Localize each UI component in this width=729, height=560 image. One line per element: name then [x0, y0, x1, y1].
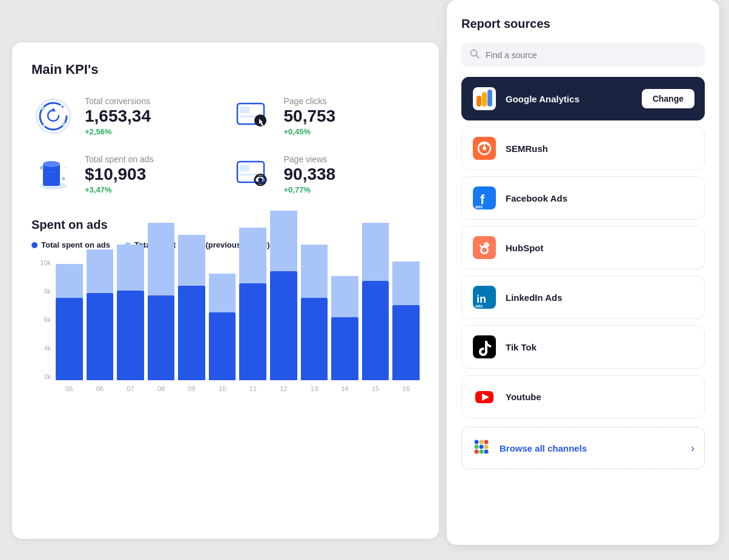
bar-group-12	[270, 259, 297, 380]
x-label-12: 12	[270, 381, 297, 398]
x-label-09: 09	[178, 381, 205, 398]
x-label-16: 16	[392, 381, 420, 398]
svg-rect-29	[477, 96, 481, 107]
legend-label-current: Total spent on ads	[41, 240, 110, 249]
svg-rect-22	[240, 165, 249, 171]
kpi-page-views-value: 90,338	[284, 165, 336, 184]
bar-light-11	[239, 228, 266, 283]
conversions-icon	[31, 94, 75, 138]
bar-stack-12	[270, 259, 297, 380]
bar-light-10	[209, 274, 236, 312]
bar-light-08	[148, 223, 175, 295]
source-name-youtube: Youtube	[506, 392, 694, 402]
svg-point-58	[484, 445, 489, 449]
bar-stack-15	[362, 259, 389, 380]
svg-point-55	[484, 440, 489, 444]
svg-point-5	[60, 105, 62, 107]
tiktok-logo	[472, 334, 497, 360]
source-item-linkedin-ads[interactable]: in ads LinkedIn Ads	[461, 275, 705, 319]
svg-rect-31	[487, 90, 492, 107]
svg-point-4	[62, 122, 65, 126]
svg-point-17	[43, 161, 60, 167]
browse-all-icon	[472, 437, 491, 459]
spent-on-ads-icon	[31, 153, 75, 196]
svg-point-25	[258, 178, 262, 182]
browse-all-channels[interactable]: Browse all channels ›	[461, 427, 705, 469]
kpi-page-clicks: Page clicks 50,753 +0,45%	[231, 94, 420, 138]
bar-group-10	[209, 259, 236, 380]
bar-light-14	[331, 276, 358, 317]
svg-line-27	[477, 56, 479, 58]
bar-group-08	[148, 259, 175, 380]
bar-light-12	[270, 211, 297, 271]
svg-point-3	[41, 107, 45, 110]
source-name-google-analytics: Google Analytics	[506, 94, 633, 104]
y-label-2k: 2k	[44, 373, 51, 380]
bar-dark-06	[87, 293, 114, 380]
source-name-linkedin-ads: LinkedIn Ads	[506, 292, 694, 303]
x-label-13: 13	[301, 381, 328, 398]
bar-dark-15	[362, 281, 389, 380]
search-input[interactable]	[486, 50, 696, 60]
bar-light-06	[87, 249, 114, 293]
bar-stack-16	[392, 259, 420, 380]
bar-stack-13	[301, 259, 328, 380]
svg-point-18	[40, 166, 44, 170]
source-item-hubspot[interactable]: HubSpot	[461, 226, 705, 269]
bar-stack-10	[209, 259, 236, 380]
kpi-page-clicks-label: Page clicks	[284, 96, 336, 106]
legend-current: Total spent on ads	[31, 240, 110, 249]
bar-dark-10	[209, 312, 236, 380]
source-name-hubspot: HubSpot	[506, 243, 694, 253]
svg-point-53	[475, 440, 479, 444]
x-axis-labels: 050607080910111213141516	[56, 381, 420, 398]
main-panel: Main KPI's Total conversi	[12, 42, 439, 539]
svg-point-19	[62, 177, 65, 180]
bar-group-14	[331, 259, 358, 380]
browse-chevron-icon: ›	[691, 442, 694, 455]
bar-stack-08	[148, 259, 175, 380]
bar-light-13	[301, 245, 328, 298]
bar-group-06	[87, 259, 114, 380]
kpi-spent-on-ads: Total spent on ads $10,903 +3,47%	[31, 153, 221, 196]
y-label-6k: 6k	[44, 316, 51, 323]
report-sources-panel: Report sources Google Analytics Change	[447, 0, 719, 545]
y-label-4k: 4k	[44, 344, 51, 352]
svg-text:in: in	[477, 293, 486, 305]
main-kpi-title: Main KPI's	[31, 62, 420, 77]
svg-point-56	[475, 445, 479, 449]
kpi-conversions-change: +2,56%	[85, 127, 151, 136]
facebook-ads-logo: f ads	[472, 185, 497, 211]
source-item-semrush[interactable]: SEMRush	[461, 127, 705, 170]
bar-dark-13	[301, 298, 328, 380]
bar-stack-09	[178, 259, 205, 380]
bar-group-09	[178, 259, 205, 380]
bar-stack-11	[239, 259, 266, 380]
y-label-10k: 10k	[40, 259, 51, 266]
bar-light-15	[362, 223, 389, 281]
bar-light-09	[178, 235, 205, 286]
svg-point-20	[65, 166, 67, 169]
bar-stack-05	[56, 259, 83, 380]
kpi-grid: Total conversions 1,653,34 +2,56% Page c…	[31, 94, 420, 196]
source-item-tiktok[interactable]: Tik Tok	[461, 325, 705, 369]
svg-point-6	[43, 124, 45, 127]
youtube-logo	[472, 384, 497, 409]
kpi-page-clicks-value: 50,753	[284, 107, 336, 126]
source-item-youtube[interactable]: Youtube	[461, 375, 705, 418]
page-clicks-icon	[231, 94, 274, 138]
chart-bars-container	[56, 259, 420, 380]
bar-dark-07	[117, 291, 144, 380]
bar-group-15	[362, 259, 389, 380]
search-bar[interactable]	[461, 43, 705, 67]
google-analytics-change-button[interactable]: Change	[642, 89, 694, 108]
svg-point-0	[36, 99, 70, 133]
source-item-facebook-ads[interactable]: f ads Facebook Ads	[461, 176, 705, 220]
page-views-icon	[231, 153, 274, 196]
kpi-page-clicks-change: +0,45%	[284, 127, 336, 136]
source-item-google-analytics[interactable]: Google Analytics Change	[461, 77, 705, 120]
svg-text:ads: ads	[475, 205, 483, 209]
x-label-15: 15	[362, 381, 389, 398]
bar-light-05	[56, 264, 83, 298]
bar-stack-14	[331, 259, 358, 380]
